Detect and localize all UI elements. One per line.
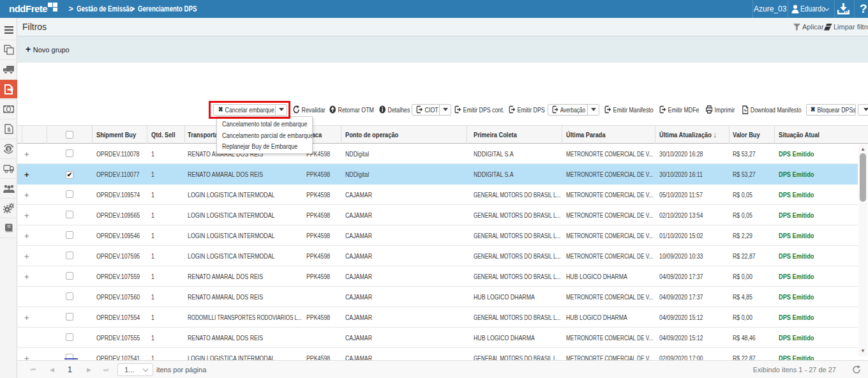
svg-text:$: $: [7, 126, 10, 133]
svg-text:$: $: [7, 146, 10, 152]
